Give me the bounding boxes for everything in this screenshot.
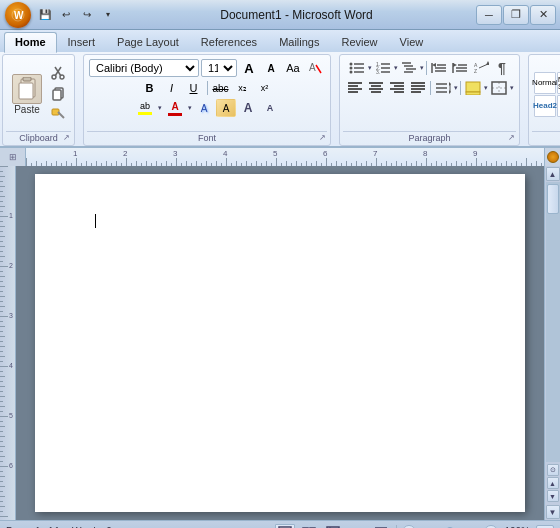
office-button[interactable]: W [4,1,32,29]
numbering-button[interactable]: 1. 2. 3. [373,59,393,77]
scroll-down-arrow[interactable]: ▼ [546,505,560,519]
grow-font-button[interactable]: A [239,59,259,77]
select-browse-object[interactable]: ⊙ [547,464,559,476]
font-color-button[interactable]: A [164,99,186,117]
highlight-color-button[interactable]: ab [134,99,156,117]
next-page-btn[interactable]: ▼ [547,490,559,502]
text-effects-button[interactable]: A [194,99,214,117]
line-spacing-button[interactable] [433,79,453,97]
clipboard-content: Paste [6,57,71,131]
align-right-button[interactable] [387,79,407,97]
tab-view[interactable]: View [389,32,435,52]
numbering-dropdown[interactable]: ▾ [394,64,398,72]
justify-button[interactable] [408,79,428,97]
shrink-font-button[interactable]: A [261,59,281,77]
para-row1: ▾ 1. 2. 3. ▾ [347,59,512,77]
styles-group: Normal No Sp. Head1 Head2 Title Subtit. … [528,54,560,146]
minimize-button[interactable]: ─ [476,5,502,25]
border-button[interactable] [489,79,509,97]
change-case-button[interactable]: Aa [283,59,303,77]
styles-gallery: Normal No Sp. Head1 Head2 Title Subtit. [534,72,560,117]
superscript-button[interactable]: x² [255,79,275,97]
align-right-icon [389,81,405,95]
align-left-button[interactable] [345,79,365,97]
shrink-btn2[interactable]: A [260,99,280,117]
underline-button[interactable]: U [184,79,204,97]
line-spacing-dropdown[interactable]: ▾ [454,84,458,92]
clipboard-expand[interactable]: ↗ [60,131,72,143]
tab-home[interactable]: Home [4,32,57,53]
clear-format-button[interactable]: A [305,59,325,77]
vertical-scrollbar[interactable]: ▲ ⊙ ▲ ▼ ▼ [544,166,560,520]
text-highlight-button[interactable]: A [216,99,236,117]
paragraph-expand[interactable]: ↗ [505,131,517,143]
sep [207,81,208,95]
cut-button[interactable] [47,63,69,83]
format-painter-button[interactable] [47,105,69,125]
prev-page-btn[interactable]: ▲ [547,477,559,489]
bullets-dropdown[interactable]: ▾ [368,64,372,72]
restore-button[interactable]: ❐ [503,5,529,25]
decrease-indent-button[interactable] [429,59,449,77]
scroll-thumb[interactable] [547,184,559,214]
document-area[interactable] [16,166,544,520]
full-reading-view-btn[interactable] [299,524,319,529]
redo-quick-btn[interactable]: ↪ [78,6,96,24]
italic-button[interactable]: I [162,79,182,97]
align-center-icon [368,81,384,95]
bold-button[interactable]: B [140,79,160,97]
increase-indent-icon [452,61,468,75]
web-layout-view-btn[interactable] [323,524,343,529]
zoom-out-button[interactable]: − [402,525,416,529]
shading-dropdown[interactable]: ▾ [484,84,488,92]
vertical-ruler: 123456 [0,166,16,520]
multilevel-dropdown[interactable]: ▾ [420,64,424,72]
copy-button[interactable] [47,84,69,104]
subscript-button[interactable]: x₂ [233,79,253,97]
paste-button[interactable]: Paste [8,72,46,117]
tab-insert[interactable]: Insert [57,32,107,52]
font-size-select[interactable]: 11 [201,59,237,77]
border-dropdown[interactable]: ▾ [510,84,514,92]
multilevel-button[interactable] [399,59,419,77]
strikethrough-button[interactable]: abc [211,79,231,97]
highlight-dropdown[interactable]: ▾ [158,104,162,112]
style-normal[interactable]: Normal [534,72,556,94]
tab-mailings[interactable]: Mailings [268,32,330,52]
show-hide-button[interactable]: ¶ [492,59,512,77]
font-row1: Calibri (Body) 11 A A Aa A [89,59,325,77]
svg-text:A: A [309,62,316,73]
window-title: Document1 - Microsoft Word [117,8,476,22]
zoom-in-button[interactable]: + [484,525,498,529]
status-bar: Page: 1 of 1 Words: 0 [0,520,560,528]
tab-references[interactable]: References [190,32,268,52]
document-page[interactable] [35,174,525,512]
undo-quick-btn[interactable]: ↩ [57,6,75,24]
increase-indent-button[interactable] [450,59,470,77]
cut-icon [51,66,65,80]
zoom-fit-button[interactable]: ⊡ [536,525,554,529]
quick-access-dropdown[interactable]: ▾ [99,6,117,24]
close-button[interactable]: ✕ [530,5,556,25]
font-color-dropdown[interactable]: ▾ [188,104,192,112]
status-right: − + 100% ⊡ [275,524,554,529]
align-center-button[interactable] [366,79,386,97]
draft-view-btn[interactable] [371,524,391,529]
save-quick-btn[interactable]: 💾 [36,6,54,24]
scroll-track[interactable] [546,182,560,462]
shading-button[interactable] [463,79,483,97]
paste-label: Paste [14,104,40,115]
scroll-up-arrow[interactable]: ▲ [546,167,560,181]
sort-button[interactable]: A Z [471,59,491,77]
tab-page-layout[interactable]: Page Layout [106,32,190,52]
font-expand[interactable]: ↗ [316,131,328,143]
style-heading2[interactable]: Head2 [534,95,556,117]
print-layout-view-btn[interactable] [275,524,295,529]
office-orb[interactable]: W [5,2,31,28]
font-name-select[interactable]: Calibri (Body) [89,59,199,77]
tab-review[interactable]: Review [330,32,388,52]
bullets-button[interactable] [347,59,367,77]
ruler-corner[interactable]: ⊞ [0,148,26,166]
grow-btn2[interactable]: A [238,99,258,117]
outline-view-btn[interactable] [347,524,367,529]
